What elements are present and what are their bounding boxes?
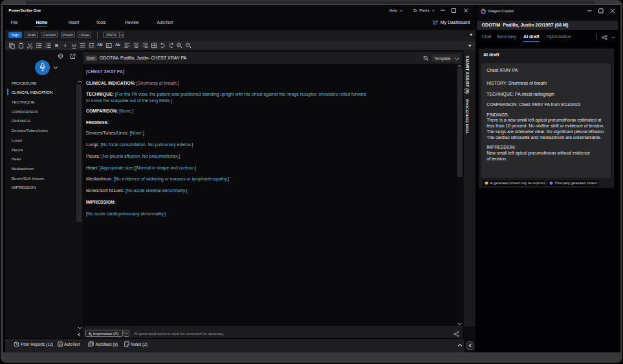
svg-text:A: A: [59, 343, 61, 347]
svg-text:a: a: [107, 44, 109, 47]
svg-text:1: 1: [45, 43, 47, 45]
svg-text:2: 2: [45, 46, 47, 48]
